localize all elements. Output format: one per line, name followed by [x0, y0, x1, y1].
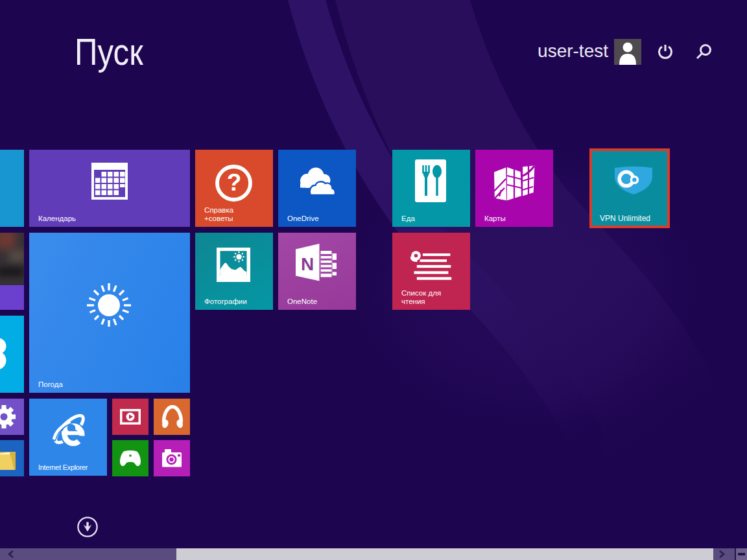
svg-text:N: N [301, 254, 314, 274]
svg-text:?: ? [227, 169, 242, 196]
